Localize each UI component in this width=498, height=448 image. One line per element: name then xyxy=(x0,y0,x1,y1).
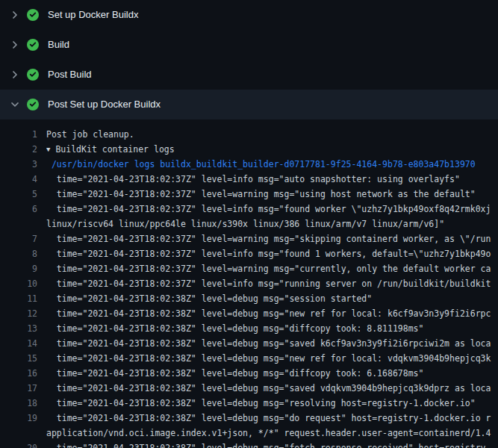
log-line: linux/riscv64 linux/ppc64le linux/s390x … xyxy=(0,217,498,231)
log-line: 14 time="2021-04-23T18:02:38Z" level=deb… xyxy=(0,336,498,351)
step-title: Set up Docker Buildx xyxy=(48,9,138,21)
log-line: 17 time="2021-04-23T18:02:38Z" level=deb… xyxy=(0,381,498,396)
check-circle-icon xyxy=(27,99,39,111)
actions-log-viewer: Set up Docker Buildx Build Post Build Po… xyxy=(0,0,498,448)
step-post-set-up-docker-buildx[interactable]: Post Set up Docker Buildx xyxy=(0,90,498,119)
check-circle-icon xyxy=(27,39,39,51)
log-line-text: time="2021-04-23T18:02:37Z" level=warnin… xyxy=(46,231,498,246)
log-line-text: time="2021-04-23T18:02:38Z" level=debug … xyxy=(46,321,498,336)
log-line-number[interactable]: 11 xyxy=(0,291,37,306)
step-title: Post Set up Docker Buildx xyxy=(48,99,161,111)
check-circle-icon xyxy=(27,9,39,21)
log-line-text: time="2021-04-23T18:02:38Z" level=debug … xyxy=(46,336,498,351)
log-line-number[interactable]: 10 xyxy=(0,276,37,291)
log-line-text: Post job cleanup. xyxy=(46,127,498,142)
log-line-number[interactable]: 2 xyxy=(0,142,37,157)
log-line: 9 time="2021-04-23T18:02:37Z" level=warn… xyxy=(0,261,498,276)
step-post-build[interactable]: Post Build xyxy=(0,60,498,90)
log-line: 11 time="2021-04-23T18:02:38Z" level=deb… xyxy=(0,291,498,306)
chevron-right-icon[interactable] xyxy=(9,69,21,81)
log-line-text: time="2021-04-23T18:02:38Z" level=debug … xyxy=(46,411,498,426)
log-line-text: time="2021-04-23T18:02:37Z" level=info m… xyxy=(46,246,498,261)
log-line-text: time="2021-04-23T18:02:37Z" level=warnin… xyxy=(46,261,498,276)
log-line-number[interactable]: 4 xyxy=(0,172,37,187)
log-line-number[interactable]: 7 xyxy=(0,231,37,246)
log-group-line: ▼BuildKit container logs xyxy=(46,142,498,157)
step-title: Build xyxy=(48,39,69,51)
log-line-text: time="2021-04-23T18:02:38Z" level=debug … xyxy=(46,441,498,448)
log-line-text: application/vnd.oci.image.index.v1+json,… xyxy=(46,426,498,441)
log-line: 19 time="2021-04-23T18:02:38Z" level=deb… xyxy=(0,411,498,426)
log-line: 13 time="2021-04-23T18:02:38Z" level=deb… xyxy=(0,321,498,336)
log-line-text: time="2021-04-23T18:02:38Z" level=debug … xyxy=(46,366,498,381)
log-line-number[interactable]: 1 xyxy=(0,127,37,142)
log-line-number[interactable]: 6 xyxy=(0,202,37,217)
log-line-text: time="2021-04-23T18:02:38Z" level=debug … xyxy=(46,381,498,396)
log-line-text: time="2021-04-23T18:02:38Z" level=debug … xyxy=(46,291,498,306)
log-line: 1Post job cleanup. xyxy=(0,127,498,142)
log-line-text: time="2021-04-23T18:02:37Z" level=info m… xyxy=(46,172,498,187)
check-circle-icon xyxy=(27,69,39,81)
log-line: 12 time="2021-04-23T18:02:38Z" level=deb… xyxy=(0,306,498,321)
step-build[interactable]: Build xyxy=(0,30,498,60)
log-line: 18 time="2021-04-23T18:02:38Z" level=deb… xyxy=(0,396,498,411)
chevron-right-icon[interactable] xyxy=(9,39,21,51)
log-area: 1Post job cleanup.2▼BuildKit container l… xyxy=(0,119,498,448)
log-line-number[interactable]: 19 xyxy=(0,411,37,426)
log-line: 5 time="2021-04-23T18:02:37Z" level=warn… xyxy=(0,187,498,202)
log-line: 20 time="2021-04-23T18:02:38Z" level=deb… xyxy=(0,441,498,448)
log-line: 8 time="2021-04-23T18:02:37Z" level=info… xyxy=(0,246,498,261)
chevron-down-icon[interactable] xyxy=(9,99,21,111)
log-line-text: linux/riscv64 linux/ppc64le linux/s390x … xyxy=(46,217,498,231)
log-line-number[interactable]: 12 xyxy=(0,306,37,321)
step-title: Post Build xyxy=(48,69,92,81)
log-line-number[interactable]: 15 xyxy=(0,351,37,366)
log-line-number xyxy=(0,426,37,441)
log-line: application/vnd.oci.image.index.v1+json,… xyxy=(0,426,498,441)
log-line-number[interactable]: 3 xyxy=(0,157,37,172)
log-line-number[interactable]: 9 xyxy=(0,261,37,276)
log-line-number[interactable]: 8 xyxy=(0,246,37,261)
log-line-number[interactable]: 17 xyxy=(0,381,37,396)
log-line-number[interactable]: 18 xyxy=(0,396,37,411)
log-line: 7 time="2021-04-23T18:02:37Z" level=warn… xyxy=(0,231,498,246)
chevron-right-icon[interactable] xyxy=(9,9,21,21)
group-toggle-icon[interactable]: ▼ xyxy=(46,142,50,157)
log-line: 3 /usr/bin/docker logs buildx_buildkit_b… xyxy=(0,157,498,172)
log-line-text: time="2021-04-23T18:02:38Z" level=debug … xyxy=(46,306,498,321)
log-line-number[interactable]: 5 xyxy=(0,187,37,202)
log-line-text: time="2021-04-23T18:02:37Z" level=info m… xyxy=(46,276,498,291)
step-set-up-docker-buildx[interactable]: Set up Docker Buildx xyxy=(0,0,498,30)
log-line-text: time="2021-04-23T18:02:38Z" level=debug … xyxy=(46,351,498,366)
log-line: 16 time="2021-04-23T18:02:38Z" level=deb… xyxy=(0,366,498,381)
log-line: 6 time="2021-04-23T18:02:37Z" level=info… xyxy=(0,202,498,217)
log-line-text: time="2021-04-23T18:02:37Z" level=info m… xyxy=(46,202,498,217)
log-line-text: time="2021-04-23T18:02:38Z" level=debug … xyxy=(46,396,498,411)
log-line: 10 time="2021-04-23T18:02:37Z" level=inf… xyxy=(0,276,498,291)
log-line-number[interactable]: 13 xyxy=(0,321,37,336)
log-line-text: time="2021-04-23T18:02:37Z" level=warnin… xyxy=(46,187,498,202)
log-line: 4 time="2021-04-23T18:02:37Z" level=info… xyxy=(0,172,498,187)
log-line-number[interactable]: 16 xyxy=(0,366,37,381)
log-line-number[interactable]: 20 xyxy=(0,441,37,448)
log-line-number xyxy=(0,217,37,231)
group-title[interactable]: BuildKit container logs xyxy=(55,144,174,155)
log-line-number[interactable]: 14 xyxy=(0,336,37,351)
log-line: 2▼BuildKit container logs xyxy=(0,142,498,157)
log-line: 15 time="2021-04-23T18:02:38Z" level=deb… xyxy=(0,351,498,366)
log-command-text: /usr/bin/docker logs buildx_buildkit_bui… xyxy=(46,157,498,172)
